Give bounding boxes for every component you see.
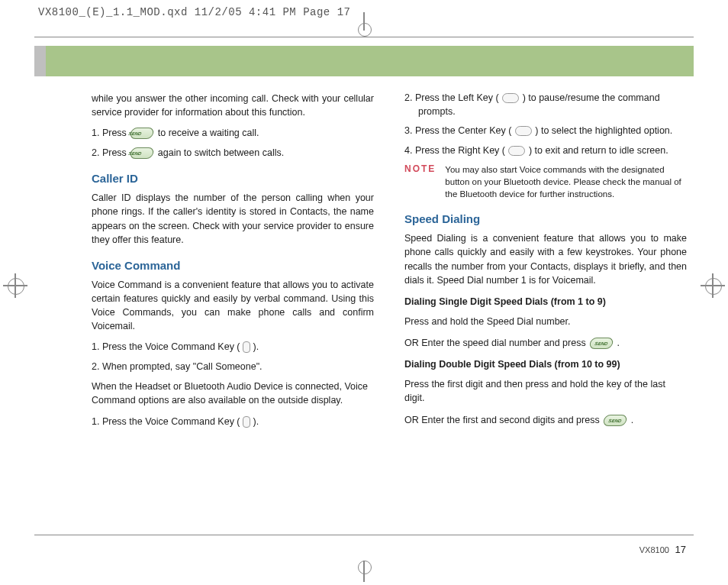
footer-model: VX8100: [639, 545, 669, 554]
vc-step-2-right: 2. Press the Left Key ( ) to pause/resum…: [404, 92, 687, 118]
vc-step-2: 2. When prompted, say "Call Someone".: [92, 360, 374, 374]
left-column: while you answer the other incoming call…: [92, 92, 374, 435]
call-waiting-intro: while you answer the other incoming call…: [92, 92, 374, 119]
note-text: You may also start Voice commands with t…: [445, 163, 687, 200]
send-key-icon: SEND: [130, 128, 155, 139]
note-label: NOTE: [404, 163, 436, 200]
crop-mark-top-icon: [359, 17, 369, 32]
sd-single-heading: Dialing Single Digit Speed Dials (from 1…: [404, 295, 687, 309]
left-key-icon: [502, 93, 519, 103]
sd-single-2: OR Enter the speed dial number and press…: [404, 336, 687, 350]
crop-mark-bottom-icon: [359, 561, 369, 579]
page-body: while you answer the other incoming call…: [92, 92, 687, 435]
send-key-icon: SEND: [589, 338, 614, 349]
vc-step-1: 1. Press the Voice Command Key ( ).: [92, 341, 374, 354]
cw-step-1: 1. Press SEND to receive a waiting call.: [92, 127, 374, 141]
voice-key-icon: [243, 341, 250, 353]
note-block: NOTE You may also start Voice commands w…: [404, 163, 687, 200]
vc-step-4-right: 4. Press the Right Key ( ) to exit and r…: [404, 144, 687, 158]
sd-double-2: OR Enter the first and second digits and…: [404, 413, 687, 427]
voice-command-heading: Voice Command: [92, 259, 374, 272]
vc-step-1b: 1. Press the Voice Command Key ( ).: [92, 415, 374, 429]
send-key-icon: SEND: [130, 147, 155, 159]
registration-mark-right-icon: [704, 276, 722, 295]
sd-single-1: Press and hold the Speed Dial number.: [404, 315, 687, 328]
right-column: 2. Press the Left Key ( ) to pause/resum…: [404, 92, 687, 435]
cw-step-2: 2. Press SEND again to switch between ca…: [92, 147, 374, 160]
vc-step-3-right: 3. Press the Center Key ( ) to select th…: [404, 124, 687, 138]
voice-command-text: Voice Command is a convenient feature th…: [92, 278, 374, 334]
speed-dialing-heading: Speed Dialing: [404, 212, 687, 225]
sd-double-1: Press the first digit and then press and…: [404, 377, 687, 405]
top-rule: [34, 37, 694, 37]
send-key-icon: SEND: [603, 415, 628, 426]
caller-id-text: Caller ID displays the number of the per…: [92, 191, 374, 247]
gray-tab: [34, 46, 46, 76]
page-footer: VX8100 17: [639, 544, 686, 555]
right-key-icon: [508, 146, 525, 156]
center-key-icon: [515, 126, 532, 136]
voice-key-icon: [243, 416, 250, 428]
header-band: [46, 46, 694, 76]
footer-page-number: 17: [675, 544, 686, 555]
speed-dialing-text: Speed Dialing is a convenient feature th…: [404, 231, 687, 287]
caller-id-heading: Caller ID: [92, 172, 374, 185]
registration-mark-left-icon: [6, 276, 24, 295]
sd-double-heading: Dialing Double Digit Speed Dials (from 1…: [404, 357, 687, 371]
bottom-rule: [34, 535, 694, 535]
vc-headset-note: When the Headset or Bluetooth Audio Devi…: [92, 380, 374, 407]
